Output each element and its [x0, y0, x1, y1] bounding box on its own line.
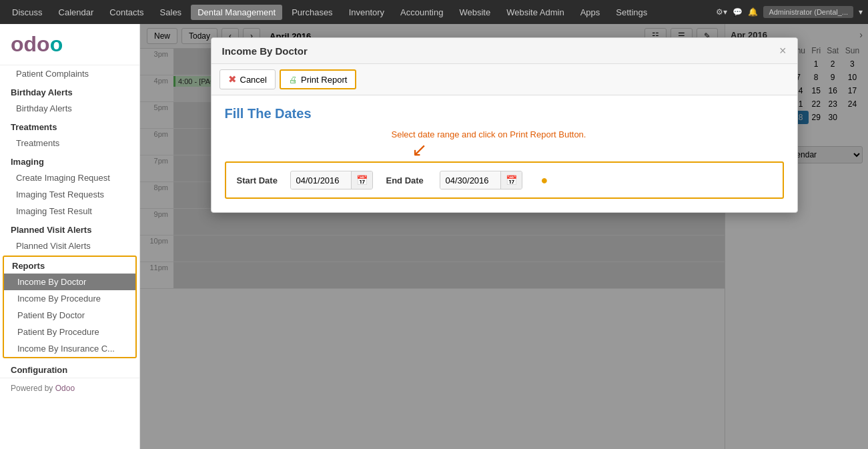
nav-website-admin[interactable]: Website Admin: [500, 5, 570, 20]
modal-header: Income By Doctor ×: [211, 38, 797, 64]
end-date-cal-btn[interactable]: 📅: [500, 171, 522, 189]
end-date-label: End Date: [386, 175, 433, 185]
modal-dialog: Income By Doctor × ✖ Cancel 🖨 Print Repo…: [211, 37, 798, 213]
sidebar-item-income-procedure[interactable]: Income By Procedure: [4, 290, 135, 307]
sidebar-item-patient-complaints[interactable]: Patient Complaints: [0, 65, 139, 82]
sidebar-item-imaging-requests[interactable]: Imaging Test Requests: [0, 186, 139, 203]
admin-label[interactable]: Administrator (Dental_...: [763, 6, 853, 18]
cancel-button[interactable]: ✖ Cancel: [220, 69, 276, 89]
hint-arrow: ↙: [412, 139, 427, 161]
print-label: Print Report: [301, 75, 347, 85]
modal-close-button[interactable]: ×: [779, 45, 787, 57]
modal-title: Income By Doctor: [222, 45, 308, 57]
top-nav-right: ⚙▾ 💬 🔔 Administrator (Dental_... ▾: [716, 6, 863, 18]
end-date-group: End Date 📅: [386, 171, 522, 189]
sidebar: odoo Patient Complaints Birthday Alerts …: [0, 24, 140, 449]
start-date-group: Start Date 📅: [237, 171, 373, 189]
sidebar-item-treatments[interactable]: Treatments: [0, 135, 139, 151]
main-layout: odoo Patient Complaints Birthday Alerts …: [0, 24, 868, 449]
sidebar-item-patient-procedure[interactable]: Patient By Procedure: [4, 324, 135, 340]
modal-toolbar: ✖ Cancel 🖨 Print Report: [211, 64, 797, 95]
start-date-input[interactable]: [291, 172, 351, 189]
nav-purchases[interactable]: Purchases: [285, 5, 339, 20]
sidebar-title-reports: Reports: [4, 257, 135, 274]
nav-sales[interactable]: Sales: [153, 5, 189, 20]
end-date-input-wrap: 📅: [440, 171, 522, 189]
nav-apps[interactable]: Apps: [574, 5, 607, 20]
start-date-input-wrap: 📅: [290, 171, 373, 189]
sidebar-item-birthday-alerts[interactable]: Birthday Alerts: [0, 100, 139, 117]
sidebar-item-patient-doctor[interactable]: Patient By Doctor: [4, 307, 135, 324]
sidebar-title-birthday: Birthday Alerts: [0, 82, 139, 100]
nav-website[interactable]: Website: [452, 5, 497, 20]
sidebar-title-planned: Planned Visit Alerts: [0, 219, 139, 238]
nav-inventory[interactable]: Inventory: [342, 5, 391, 20]
reports-section: Reports Income By Doctor Income By Proce…: [3, 256, 137, 358]
sidebar-title-config: Configuration: [0, 360, 139, 378]
fill-dates-title: Fill The Dates: [225, 106, 784, 121]
sidebar-footer: Powered by Odoo: [0, 378, 139, 398]
nav-calendar[interactable]: Calendar: [52, 5, 101, 20]
nav-accounting[interactable]: Accounting: [394, 5, 450, 20]
start-date-cal-btn[interactable]: 📅: [351, 171, 372, 189]
admin-arrow[interactable]: ▾: [859, 7, 863, 17]
nav-settings[interactable]: Settings: [609, 5, 654, 20]
cancel-label: Cancel: [240, 75, 267, 85]
sidebar-item-planned-alerts[interactable]: Planned Visit Alerts: [0, 238, 139, 254]
sidebar-title-imaging: Imaging: [0, 151, 139, 169]
modal-overlay: Income By Doctor × ✖ Cancel 🖨 Print Repo…: [140, 24, 868, 449]
nav-items: Discuss Calendar Contacts Sales Dental M…: [5, 5, 716, 20]
cancel-icon: ✖: [228, 73, 237, 85]
start-date-label: Start Date: [237, 175, 284, 185]
sidebar-item-create-imaging[interactable]: Create Imaging Request: [0, 169, 139, 186]
notification-icon[interactable]: 🔔: [748, 7, 758, 17]
odoo-logo: odoo: [11, 32, 129, 57]
print-report-button[interactable]: 🖨 Print Report: [280, 69, 356, 89]
sidebar-item-income-doctor[interactable]: Income By Doctor: [4, 274, 135, 290]
top-nav: Discuss Calendar Contacts Sales Dental M…: [0, 0, 868, 24]
sidebar-item-income-insurance[interactable]: Income By Insurance C...: [4, 340, 135, 357]
hint-text: Select date range and click on Print Rep…: [392, 129, 586, 139]
sidebar-logo: odoo: [0, 24, 139, 65]
nav-dental[interactable]: Dental Management: [191, 5, 282, 20]
sidebar-title-treatments: Treatments: [0, 117, 139, 135]
nav-discuss[interactable]: Discuss: [5, 5, 49, 20]
end-date-input[interactable]: [440, 172, 500, 189]
hint-area: Select date range and click on Print Rep…: [225, 129, 784, 156]
settings-icon[interactable]: ⚙▾: [716, 7, 727, 17]
nav-contacts[interactable]: Contacts: [103, 5, 150, 20]
sidebar-item-imaging-result[interactable]: Imaging Test Result: [0, 203, 139, 219]
chat-icon[interactable]: 💬: [733, 7, 743, 17]
content-area: New Today ‹ › April 2016 ☷ ☰ ✎ 3pm 4pm: [140, 24, 868, 449]
print-icon: 🖨: [289, 75, 298, 85]
modal-body: Fill The Dates Select date range and cli…: [211, 95, 797, 212]
orange-dot: ●: [541, 173, 548, 187]
odoo-link[interactable]: Odoo: [55, 384, 75, 393]
date-fields-row: Start Date 📅 End Date 📅: [225, 161, 784, 199]
